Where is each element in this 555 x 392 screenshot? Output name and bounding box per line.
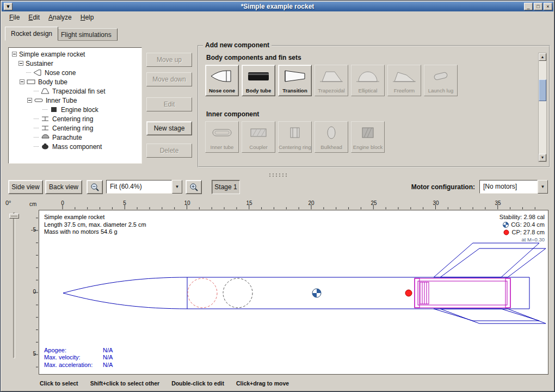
tree-item-rocket[interactable]: Simple example rocket — [10, 49, 140, 59]
coupler-icon — [246, 125, 271, 140]
zoom-out-icon — [90, 183, 99, 191]
bulkhead-icon — [319, 125, 344, 140]
stability-value: Stability: 2.98 cal — [499, 213, 545, 221]
tab-flight-simulations[interactable]: Flight simulations — [55, 28, 118, 41]
tree-item-mass-component[interactable]: Mass component — [10, 142, 140, 151]
add-transition-button[interactable]: Transition — [278, 65, 312, 96]
hint-shift-click: Shift+click to select other — [90, 380, 160, 387]
delete-button: Delete — [146, 144, 192, 158]
component-panel-scrollbar[interactable]: ▲ ▼ — [538, 53, 547, 162]
add-inner-tube-button: Inner tube — [205, 121, 239, 153]
add-trapezoidal-fin-button: Trapezoidal — [314, 65, 348, 96]
minimize-button[interactable]: _ — [524, 3, 533, 10]
tree-item-engine-block[interactable]: Engine block — [10, 105, 140, 114]
launch-lug-icon — [428, 69, 453, 84]
tree-item-trapezoidal-fin-set[interactable]: Trapezoidal fin set — [10, 86, 140, 96]
component-tree[interactable]: Simple example rocket Sustainer Nose con… — [8, 47, 142, 164]
move-up-button: Move up — [146, 53, 192, 67]
cg-value: CG: 20.4 cm — [511, 221, 545, 228]
ruler-unit: cm — [29, 201, 36, 207]
flight-stats: Apogee:N/A Max. velocity:N/A Max. accele… — [44, 347, 113, 369]
add-elliptical-fin-button: Elliptical — [351, 65, 385, 96]
menu-analyze[interactable]: Analyze — [44, 12, 76, 23]
rocket-info: Simple example rocket Length 37.5 cm, ma… — [44, 214, 146, 236]
menu-edit[interactable]: Edit — [24, 12, 44, 23]
body-components-label: Body components and fin sets — [206, 54, 301, 61]
stage-1-toggle[interactable]: Stage 1 — [212, 180, 240, 194]
menu-help[interactable]: Help — [76, 12, 98, 23]
elliptical-fin-icon — [355, 69, 380, 84]
motor-configuration-select[interactable]: [No motors] ▼ — [479, 180, 548, 194]
zoom-in-icon — [189, 183, 198, 191]
transition-icon — [282, 69, 307, 84]
close-button[interactable]: × — [544, 3, 552, 10]
mach-value: at M=0.30 — [499, 236, 545, 244]
rotation-slider-thumb[interactable] — [9, 214, 19, 219]
menu-bar: File Edit Analyze Help — [2, 11, 553, 23]
collapse-icon[interactable] — [20, 79, 24, 84]
cg-marker — [312, 289, 321, 297]
scrollbar-thumb[interactable] — [539, 79, 546, 101]
rotation-slider[interactable] — [13, 213, 15, 358]
rocket-canvas[interactable]: Simple example rocket Length 37.5 cm, ma… — [39, 210, 548, 375]
chevron-down-icon[interactable]: ▼ — [172, 180, 182, 194]
stability-info: Stability: 2.98 cal CG: 20.4 cm CP: 27.8… — [499, 213, 545, 244]
collapse-icon[interactable] — [12, 52, 17, 57]
main-tabs: Rocket design Flight simulations — [2, 24, 553, 41]
new-stage-button[interactable]: New stage — [146, 121, 192, 135]
add-body-tube-button[interactable]: Body tube — [242, 65, 275, 96]
chevron-down-icon[interactable]: ▼ — [538, 180, 548, 194]
cp-value: CP: 27.8 cm — [511, 228, 545, 236]
engine-block-icon — [355, 125, 380, 140]
window-title: *Simple example rocket — [2, 3, 553, 10]
inner-component-label: Inner component — [206, 110, 259, 118]
maximize-button[interactable]: □ — [534, 3, 542, 10]
add-freeform-fin-button: Freeform — [387, 65, 421, 96]
fin-set-outline — [434, 243, 546, 323]
horizontal-ruler-ticks — [39, 201, 548, 210]
zoom-in-button[interactable] — [186, 180, 202, 194]
back-view-button[interactable]: Back view — [45, 180, 82, 194]
add-component-title: Add new component — [203, 41, 272, 49]
centering-ring-icon — [41, 115, 50, 122]
design-top-section: Simple example rocket Sustainer Nose con… — [2, 41, 553, 171]
fin-set-icon — [41, 88, 50, 95]
inner-tube-icon — [209, 125, 235, 140]
add-launch-lug-button: Launch lug — [424, 65, 458, 96]
tree-item-inner-tube[interactable]: Inner Tube — [10, 96, 140, 105]
horizontal-ruler: 0 5 10 15 20 25 30 35 — [39, 201, 548, 210]
hint-double-click: Double-click to edit — [171, 380, 224, 387]
parachute-outline — [223, 278, 252, 308]
zoom-out-button[interactable] — [87, 180, 103, 194]
tab-rocket-design[interactable]: Rocket design — [5, 27, 58, 41]
move-down-button: Move down — [146, 72, 192, 86]
window-menu-button[interactable]: ▼ — [4, 3, 13, 10]
nose-cone-icon — [33, 69, 42, 76]
motor-mount-outline — [415, 278, 510, 308]
title-bar[interactable]: ▼ *Simple example rocket _ □ × — [2, 2, 553, 11]
tree-item-parachute[interactable]: Parachute — [10, 133, 140, 142]
tree-item-centering-ring-1[interactable]: Centering ring — [10, 114, 140, 123]
tree-item-sustainer[interactable]: Sustainer — [10, 59, 140, 68]
scroll-up-icon[interactable]: ▲ — [539, 53, 546, 61]
rocket-view-panel: 0° cm 0 5 10 15 20 25 30 35 -5 0 5 — [2, 196, 553, 376]
menu-file[interactable]: File — [5, 12, 24, 23]
tree-item-body-tube[interactable]: Body tube — [10, 77, 140, 86]
add-nose-cone-button[interactable]: Nose cone — [205, 65, 239, 96]
collapse-icon[interactable] — [27, 98, 32, 103]
mass-component-outline — [188, 278, 217, 308]
collapse-icon[interactable] — [18, 61, 23, 66]
tree-item-nose-cone[interactable]: Nose cone — [10, 68, 140, 77]
motor-configuration-label: Motor configuration: — [411, 183, 475, 191]
scroll-down-icon[interactable]: ▼ — [539, 154, 546, 161]
mass-component-icon — [41, 143, 50, 150]
hint-click-drag: Click+drag to move — [236, 380, 289, 387]
zoom-select[interactable]: Fit (60.4%) ▼ — [106, 180, 182, 194]
add-coupler-button: Coupler — [242, 121, 275, 153]
status-bar: Click to select Shift+click to select ot… — [2, 376, 553, 390]
tree-item-centering-ring-2[interactable]: Centering ring — [10, 123, 140, 133]
body-tube-icon — [27, 78, 36, 85]
pane-splitter[interactable] — [2, 171, 553, 178]
freeform-fin-icon — [392, 69, 417, 84]
side-view-button[interactable]: Side view — [8, 180, 43, 194]
